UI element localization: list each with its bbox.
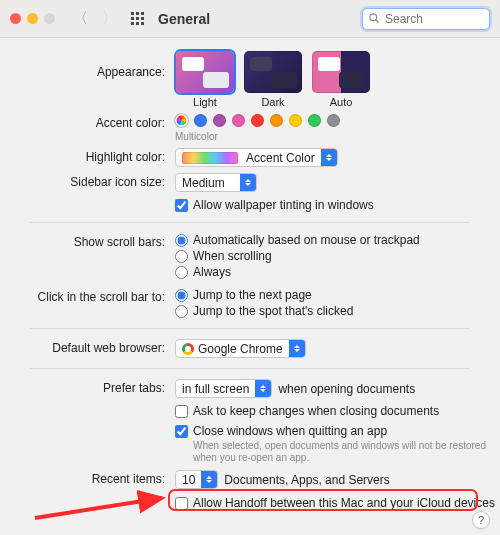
- chevron-updown-icon: [201, 471, 217, 488]
- zoom-window-button: [44, 13, 55, 24]
- appearance-option-dark[interactable]: Dark: [243, 51, 303, 108]
- accent-swatch[interactable]: [194, 114, 207, 127]
- prefer-tabs-suffix: when opening documents: [278, 382, 415, 396]
- accent-label: Accent color:: [0, 114, 175, 130]
- svg-line-1: [376, 19, 379, 22]
- forward-button: 〉: [102, 9, 117, 28]
- divider: [30, 328, 470, 329]
- clickscroll-option[interactable]: Jump to the next page: [175, 288, 353, 302]
- accent-swatch[interactable]: [327, 114, 340, 127]
- divider: [30, 222, 470, 223]
- scrollbars-label: Show scroll bars:: [0, 233, 175, 249]
- scrollbars-option[interactable]: When scrolling: [175, 249, 420, 263]
- window-title: General: [158, 11, 210, 27]
- accent-color-row: [175, 114, 340, 127]
- highlight-label: Highlight color:: [0, 148, 175, 164]
- handoff-checkbox[interactable]: Allow Handoff between this Mac and your …: [175, 496, 495, 510]
- appearance-option-auto[interactable]: Auto: [311, 51, 371, 108]
- search-icon: [368, 12, 380, 24]
- highlight-swatch-icon: [182, 152, 238, 164]
- svg-point-0: [370, 13, 377, 20]
- close-window-button[interactable]: [10, 13, 21, 24]
- scrollbars-option[interactable]: Always: [175, 265, 420, 279]
- chrome-icon: [182, 343, 194, 355]
- toolbar: 〈 〉 General: [0, 0, 500, 38]
- content: Appearance: LightDarkAuto Accent color: …: [0, 38, 500, 513]
- window-controls: [10, 13, 55, 24]
- prefer-tabs-select[interactable]: in full screen: [175, 379, 272, 398]
- close-windows-subtext: When selected, open documents and window…: [193, 440, 500, 464]
- help-button[interactable]: ?: [472, 511, 490, 529]
- chevron-updown-icon: [289, 340, 305, 357]
- accent-swatch[interactable]: [251, 114, 264, 127]
- wallpaper-tint-checkbox[interactable]: Allow wallpaper tinting in windows: [175, 198, 374, 212]
- accent-sublabel: Multicolor: [175, 131, 218, 142]
- highlight-select[interactable]: Accent Color: [175, 148, 338, 167]
- sidebar-size-label: Sidebar icon size:: [0, 173, 175, 189]
- recent-items-suffix: Documents, Apps, and Servers: [224, 473, 389, 487]
- appearance-option-light[interactable]: Light: [175, 51, 235, 108]
- chevron-updown-icon: [321, 149, 337, 166]
- close-windows-checkbox[interactable]: Close windows when quitting an app: [175, 424, 387, 438]
- chevron-updown-icon: [255, 380, 271, 397]
- appearance-label: Appearance:: [0, 51, 175, 79]
- click-scroll-label: Click in the scroll bar to:: [0, 288, 175, 304]
- minimize-window-button[interactable]: [27, 13, 38, 24]
- recent-items-label: Recent items:: [0, 470, 175, 486]
- browser-label: Default web browser:: [0, 339, 175, 355]
- sidebar-size-select[interactable]: Medium: [175, 173, 257, 192]
- show-all-button[interactable]: [131, 12, 144, 25]
- accent-swatch[interactable]: [213, 114, 226, 127]
- accent-swatch[interactable]: [270, 114, 283, 127]
- accent-swatch[interactable]: [308, 114, 321, 127]
- accent-swatch[interactable]: [289, 114, 302, 127]
- prefer-tabs-label: Prefer tabs:: [0, 379, 175, 395]
- search-input[interactable]: [362, 8, 490, 30]
- clickscroll-option[interactable]: Jump to the spot that's clicked: [175, 304, 353, 318]
- chevron-updown-icon: [240, 174, 256, 191]
- recent-items-select[interactable]: 10: [175, 470, 218, 489]
- ask-keep-checkbox[interactable]: Ask to keep changes when closing documen…: [175, 404, 439, 418]
- scrollbars-option[interactable]: Automatically based on mouse or trackpad: [175, 233, 420, 247]
- accent-swatch[interactable]: [175, 114, 188, 127]
- back-button[interactable]: 〈: [73, 9, 88, 28]
- divider: [30, 368, 470, 369]
- browser-select[interactable]: Google Chrome: [175, 339, 306, 358]
- accent-swatch[interactable]: [232, 114, 245, 127]
